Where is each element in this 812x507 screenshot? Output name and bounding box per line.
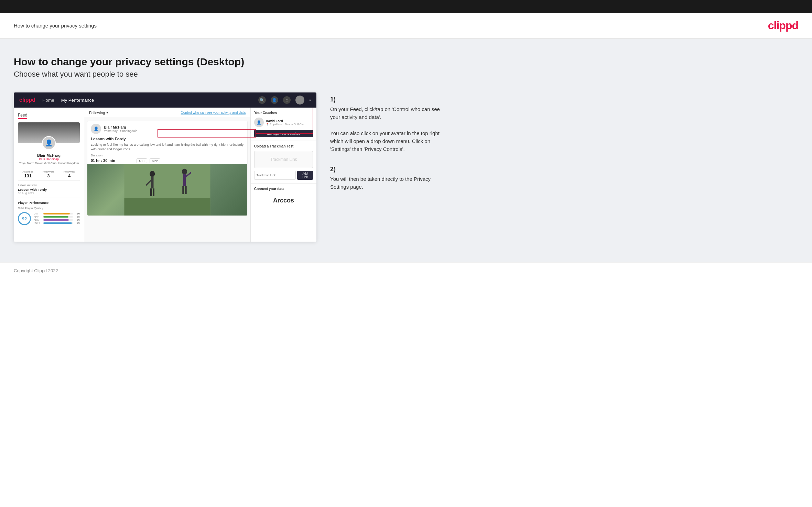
instruction-1-number: 1) [330,96,447,103]
profile-avatar-wrap: 👤 [42,136,56,150]
trackman-section: Upload a Trackman Test Trackman Link Add… [251,141,316,184]
connect-title: Connect your data [254,187,313,191]
coach-item: 👤 David Ford 📍 Royal North Devon Golf Cl… [254,118,313,127]
trackman-title: Upload a Trackman Test [254,144,313,148]
player-performance-section: Player Performance Total Player Quality … [18,198,80,225]
activity-duration-value: 01 hr : 30 min OTT APP [87,158,247,163]
stat-following-label: Following [64,170,75,173]
content-layout: clippd Home My Performance 🔍 👤 ⊕ ▾ [14,92,798,242]
activity-description: Looking to feel like my hands are exitin… [87,142,247,154]
latest-activity-date: 03 Aug 2022 [18,191,80,195]
profile-avatar: 👤 [42,136,56,150]
user-avatar[interactable] [295,96,304,104]
profile-banner: 👤 [18,122,80,143]
main-content: How to change your privacy settings (Des… [0,39,812,262]
svg-rect-10 [182,186,184,194]
nav-my-performance[interactable]: My Performance [61,98,94,103]
bar-putt: PUTT 96 [34,222,80,224]
right-panel: Your Coaches 👤 David Ford 📍 Royal North … [250,108,316,242]
instruction-2-number: 2) [330,166,447,173]
trackman-input[interactable] [254,171,296,180]
activity-user-name: Blair McHarg [104,125,137,129]
instruction-1-text: On your Feed, click/tap on 'Control who … [330,105,447,153]
avatar-chevron[interactable]: ▾ [309,98,311,102]
profile-name: Blair McHarg [18,153,80,157]
search-icon[interactable]: 🔍 [258,96,266,104]
tag-ott: OTT [137,158,147,163]
total-quality-label: Total Player Quality [18,207,80,210]
trackman-placeholder: Trackman Link [270,157,297,162]
connect-section: Connect your data Arccos [251,184,316,211]
bar-ott: OTT 90 [34,212,80,215]
activity-header: 👤 Blair McHarg Yesterday · Sunningdale [87,121,247,137]
quality-row: 92 OTT 90 APP [18,212,80,225]
bar-arg: ARG 86 [34,219,80,221]
activity-location: Yesterday · Sunningdale [104,129,137,133]
stat-activities-label: Activities [22,170,33,173]
quality-bars: OTT 90 APP 85 [34,212,80,225]
instruction-2-text: You will then be taken directly to the P… [330,175,447,191]
feed-tab[interactable]: Feed [18,113,27,119]
page-subtitle: Choose what you want people to see [14,70,798,79]
site-footer: Copyright Clippd 2022 [0,262,812,279]
stat-following-value: 4 [64,173,75,178]
nav-home[interactable]: Home [42,98,54,103]
coaches-title: Your Coaches [254,111,313,115]
left-panel: Feed 👤 Blair McHarg Plus Handicap Royal … [14,108,84,242]
svg-point-7 [182,168,187,175]
coach-club: 📍 Royal North Devon Golf Club [266,123,305,126]
profile-stats: Activities 131 Followers 3 Following 4 [18,168,80,181]
stat-following: Following 4 [64,170,75,178]
following-bar: Following ▾ Control who can see your act… [84,108,250,118]
latest-activity-title: Lesson with Fordy [18,188,80,191]
svg-rect-8 [183,174,186,186]
coach-name: David Ford [266,119,305,123]
app-screenshot: clippd Home My Performance 🔍 👤 ⊕ ▾ [14,92,316,242]
person-icon[interactable]: 👤 [271,96,278,104]
top-bar [0,0,812,13]
stat-followers-value: 3 [43,173,54,178]
app-nav-logo: clippd [19,97,35,103]
site-header: How to change your privacy settings clip… [0,13,812,39]
svg-rect-6 [153,188,154,196]
tag-app: APP [150,158,160,163]
svg-rect-5 [150,188,152,196]
coach-avatar: 👤 [254,118,264,127]
trackman-input-row: Add Link [254,171,313,180]
activity-title: Lesson with Fordy [87,137,247,142]
activity-image [87,164,247,216]
copyright-text: Copyright Clippd 2022 [14,268,58,273]
trackman-add-button[interactable]: Add Link [297,171,313,180]
control-privacy-link[interactable]: Control who can see your activity and da… [181,111,246,114]
activity-image-svg [87,164,247,216]
app-body: Feed 👤 Blair McHarg Plus Handicap Royal … [14,108,316,242]
activity-card: 👤 Blair McHarg Yesterday · Sunningdale L… [87,121,248,216]
clippd-logo: clippd [768,19,798,32]
activity-duration-label: Duration [87,154,247,157]
svg-rect-1 [124,198,210,216]
stat-followers: Followers 3 [43,170,54,178]
svg-rect-11 [185,186,187,194]
breadcrumb: How to change your privacy settings [14,23,97,29]
svg-rect-3 [151,176,154,188]
stat-activities: Activities 131 [22,170,33,178]
plus-circle-icon[interactable]: ⊕ [283,96,291,104]
instructions-panel: 1) On your Feed, click/tap on 'Control w… [330,92,447,203]
arccos-label: Arccos [254,194,313,208]
activity-user-avatar: 👤 [91,124,101,134]
following-button[interactable]: Following ▾ [89,110,108,115]
stat-followers-label: Followers [43,170,54,173]
app-screenshot-wrap: clippd Home My Performance 🔍 👤 ⊕ ▾ [14,92,316,242]
coaches-section: Your Coaches 👤 David Ford 📍 Royal North … [251,108,316,141]
quality-score: 92 [18,212,31,225]
latest-activity-label: Latest Activity [18,184,80,187]
location-icon: 📍 [266,123,269,126]
app-navbar: clippd Home My Performance 🔍 👤 ⊕ ▾ [14,92,316,108]
manage-coaches-button[interactable]: Manage Your Coaches [254,130,313,137]
middle-panel: Following ▾ Control who can see your act… [84,108,250,242]
bar-app: APP 85 [34,216,80,218]
page-title: How to change your privacy settings (Des… [14,56,798,68]
instruction-2: 2) You will then be taken directly to th… [330,166,447,191]
player-performance-title: Player Performance [18,201,80,205]
nav-icons: 🔍 👤 ⊕ ▾ [258,96,311,104]
